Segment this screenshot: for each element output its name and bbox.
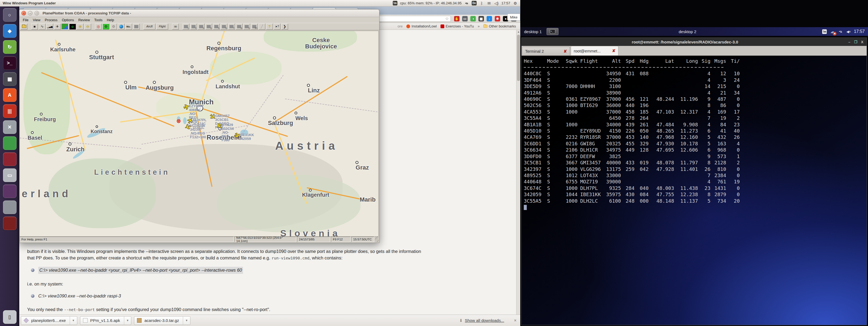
extension-icon[interactable]: ✱: [495, 16, 500, 22]
launcher-icon[interactable]: [3, 153, 17, 166]
launcher-icon[interactable]: ↻: [3, 40, 17, 54]
preset-view-button[interactable]: 1: [183, 24, 189, 30]
scrollbar-thumb[interactable]: [517, 35, 520, 81]
blank-button[interactable]: [133, 24, 140, 30]
cloud-error-icon[interactable]: ☁: [830, 29, 835, 34]
aircraft-marker[interactable]: ✈ BTI629 502C56 .NO-REG F360: [216, 121, 222, 130]
desktop1-label[interactable]: desktop 1: [520, 29, 546, 34]
download-chip[interactable]: PPm_v1.1.6.apk ▼: [80, 316, 131, 325]
preset-view-button[interactable]: 5: [213, 24, 220, 30]
terminal-tab[interactable]: root@emmet... ✘: [571, 46, 618, 55]
target-button[interactable]: ◎: [95, 24, 102, 30]
preset-view-button[interactable]: 3: [198, 24, 205, 30]
scroll-up-icon[interactable]: ▲: [517, 30, 521, 33]
close-button[interactable]: X: [861, 40, 863, 44]
terminal-titlebar[interactable]: root@emmett: /home/signaleleven/RADIO/ac…: [522, 38, 867, 46]
multiload-icon[interactable]: !m: [393, 1, 397, 5]
preset-view-button[interactable]: 8: [236, 24, 243, 30]
maximize-button[interactable]: □: [34, 11, 39, 16]
aircraft-marker[interactable]: ✈ EZY8967 40690C .NO-REG F370: [183, 103, 190, 111]
draw-button[interactable]: ╱: [258, 24, 265, 30]
globe-button[interactable]: [118, 24, 124, 30]
terminal-task-button[interactable]: >_: [547, 28, 558, 35]
launcher-icon[interactable]: ▦: [3, 72, 17, 86]
map-download-button[interactable]: Ma↓: [125, 24, 132, 30]
volume-icon[interactable]: ◁): [494, 1, 499, 5]
info-tools-button[interactable]: ⚙: [110, 24, 117, 30]
preset-view-button[interactable]: 10: [251, 24, 258, 30]
mail-icon[interactable]: ✉: [487, 1, 491, 5]
tab-close-icon[interactable]: ✘: [612, 48, 616, 53]
launcher-icon[interactable]: ○: [3, 8, 17, 22]
terminal-output[interactable]: HexModeSqwkFlightAltSpdHdgLatLongSigMsgs…: [522, 56, 867, 325]
resize-grip[interactable]: [375, 237, 379, 242]
open-file-button[interactable]: [21, 24, 27, 30]
zoom-out-button[interactable]: ⊖: [84, 24, 91, 30]
volume-muted-icon[interactable]: ◀×: [846, 30, 850, 34]
menu-item[interactable]: Tools: [92, 18, 104, 23]
close-button[interactable]: x: [22, 11, 26, 16]
wifi-icon[interactable]: [838, 30, 843, 33]
extension-icon[interactable]: ◑: [470, 16, 476, 22]
chevron-down-icon[interactable]: ▼: [70, 317, 77, 325]
extension-icon[interactable]: ▦: [478, 16, 484, 22]
trash-icon[interactable]: ▯: [3, 310, 17, 324]
aircft-button[interactable]: Aircft: [144, 24, 155, 30]
launcher-icon[interactable]: [3, 136, 17, 150]
gear-icon[interactable]: ⚙: [513, 1, 518, 5]
minimize-button[interactable]: –: [848, 40, 850, 44]
bluetooth-icon[interactable]: ᛒ: [479, 1, 484, 5]
launcher-icon[interactable]: ◆: [3, 24, 17, 38]
bookmarks-overflow-icon[interactable]: »: [478, 24, 479, 28]
menu-item[interactable]: Process: [42, 18, 60, 23]
alpha-button[interactable]: α: [69, 24, 76, 30]
bookmark-star-icon[interactable]: ☆: [445, 16, 449, 21]
show-all-downloads[interactable]: ⬇︎ Show all downloads...: [459, 318, 504, 323]
chevron-down-icon[interactable]: ▼: [124, 317, 131, 325]
page-scrollbar[interactable]: ▲: [516, 30, 520, 321]
tab-close-icon[interactable]: ✘: [563, 49, 567, 54]
aircraft-marker[interactable]: ✈ GMI3457 3C5CB1 D-AGEQ F400: [210, 112, 216, 121]
levels-button[interactable]: ▁▃▅: [46, 24, 53, 30]
show-all-link[interactable]: Show all downloads...: [465, 318, 504, 323]
minimize-button[interactable]: –: [28, 11, 33, 16]
preset-view-button[interactable]: 6: [220, 24, 227, 30]
aircraft-marker[interactable]: ✈ VLG6296 342397 .NO-REG F132>100: [184, 122, 191, 131]
downloads-close-icon[interactable]: ×: [514, 318, 517, 323]
menu-item[interactable]: Options: [60, 18, 76, 23]
other-bookmarks[interactable]: Other bookmarks: [484, 24, 516, 28]
map-view-button[interactable]: [62, 24, 68, 30]
zoom-in-button[interactable]: ⊕: [77, 24, 84, 30]
extension-icon[interactable]: ✋: [454, 16, 460, 22]
launcher-icon[interactable]: >_: [3, 56, 17, 70]
context-help-button[interactable]: ➤?: [274, 24, 280, 30]
launcher-icon[interactable]: A: [3, 88, 17, 102]
flight-button[interactable]: Flight: [156, 24, 168, 30]
keyboard-layout-icon[interactable]: De: [472, 1, 477, 5]
bookmark-partial[interactable]: ore: [397, 24, 403, 28]
bookmark-item[interactable]: Installation/Lowl: [406, 24, 437, 28]
download-chip[interactable]: planeplotter6....exe ▼: [21, 316, 77, 325]
launcher-icon[interactable]: [3, 185, 17, 198]
preset-view-button[interactable]: 7: [228, 24, 235, 30]
launcher-icon[interactable]: |||: [3, 104, 17, 118]
mike-tab[interactable]: Mike: [507, 13, 520, 21]
aircraft-marker[interactable]: ✈ IBE31KK 342059: [234, 132, 240, 140]
menu-item[interactable]: Help: [105, 18, 116, 23]
aircraft-view-button[interactable]: ✈: [54, 24, 61, 30]
multiload-icon[interactable]: !m: [822, 29, 827, 34]
launcher-icon[interactable]: [3, 200, 17, 214]
map-canvas[interactable]: Karlsruhe Stuttgart Regensburg Ceske Bud…: [20, 31, 379, 237]
binoculars-button[interactable]: oo: [172, 24, 179, 30]
desktop2-label[interactable]: desktop 2: [675, 29, 700, 34]
launcher-icon[interactable]: ▭: [3, 168, 17, 182]
preset-view-button[interactable]: 9: [243, 24, 250, 30]
terminal-tab[interactable]: Terminal 2 ✘: [522, 47, 570, 55]
menu-item[interactable]: File: [21, 18, 31, 23]
launcher-icon[interactable]: [3, 217, 17, 230]
menu-item[interactable]: View: [31, 18, 42, 23]
waveform-button[interactable]: ∿: [39, 24, 45, 30]
clock[interactable]: 17:57: [854, 29, 865, 34]
preset-view-button[interactable]: 4: [205, 24, 212, 30]
wifi-icon[interactable]: [464, 2, 469, 5]
